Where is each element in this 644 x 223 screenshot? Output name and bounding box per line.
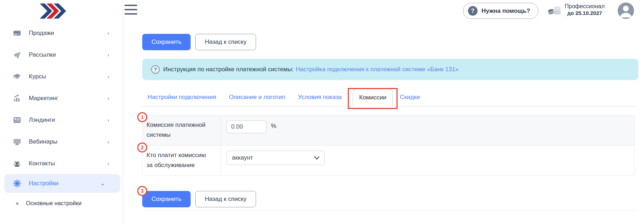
graduation-cap-icon xyxy=(12,72,22,81)
sidebar-item-sales[interactable]: Продажи › xyxy=(0,22,123,44)
monitor-icon xyxy=(12,138,22,146)
sidebar-menu: Продажи › Рассылки › Курсы › xyxy=(0,22,123,193)
sidebar-item-courses[interactable]: Курсы › xyxy=(0,66,123,87)
sidebar-subitem-main-settings[interactable]: Основные настройки xyxy=(0,194,123,213)
chevron-right-icon: › xyxy=(107,73,109,79)
instruction-link[interactable]: Настройка подключения к платежной систем… xyxy=(296,66,459,73)
sidebar-item-label: Вебинары xyxy=(29,138,57,145)
payer-select[interactable]: аккаунт xyxy=(227,151,325,165)
chevron-down-icon xyxy=(314,156,319,160)
banner-text: Инструкция по настройке платежной систем… xyxy=(163,66,294,73)
tab-bar: Настройки подключения Описание и логотип… xyxy=(142,89,637,107)
annotation-step-1: 1 xyxy=(137,112,147,122)
people-icon xyxy=(12,159,22,168)
commission-percent-input[interactable] xyxy=(227,120,266,133)
save-button[interactable]: Сохранить xyxy=(142,34,191,50)
back-to-list-button[interactable]: Назад к списку xyxy=(195,34,256,50)
sidebar: Продажи › Рассылки › Курсы › xyxy=(0,0,123,223)
sidebar-item-label: Лэндинги xyxy=(29,116,55,124)
sidebar-item-label: Контакты xyxy=(29,160,55,167)
double-chevron-logo-icon xyxy=(39,3,68,19)
selected-option-label: аккаунт xyxy=(232,154,253,161)
section-divider xyxy=(142,210,637,211)
sidebar-item-label: Маркетинг xyxy=(29,95,58,102)
annotation-step-3: 3 xyxy=(137,186,147,196)
sidebar-item-webinars[interactable]: Вебинары › xyxy=(0,131,123,152)
hamburger-menu-button[interactable] xyxy=(124,5,137,15)
tab-label: Комиссии xyxy=(359,94,387,101)
percent-sign: % xyxy=(271,123,276,130)
chevron-right-icon: › xyxy=(107,139,109,145)
chevron-down-icon: ⌄ xyxy=(100,180,105,187)
plan-expiry: до 25.10.2027 xyxy=(565,10,605,17)
chevron-right-icon: › xyxy=(107,95,109,101)
credit-card-icon xyxy=(12,29,22,37)
sidebar-item-landings[interactable]: Лэндинги › xyxy=(0,109,123,131)
tab-display-conditions[interactable]: Условия показа xyxy=(298,94,342,106)
sidebar-item-marketing[interactable]: Маркетинг › xyxy=(0,87,123,109)
plan-text: Профессионал до 25.10.2027 xyxy=(565,3,605,17)
field-value-cell: аккаунт xyxy=(221,146,634,175)
plan-name: Профессионал xyxy=(565,3,605,10)
field-label: Комиссия платежной системы xyxy=(143,115,221,145)
tab-discounts[interactable]: Скидки xyxy=(400,94,420,106)
save-button[interactable]: Сохранить xyxy=(142,191,191,207)
chevron-right-icon: › xyxy=(107,52,109,58)
sidebar-item-settings[interactable]: Настройки ⌄ xyxy=(4,174,120,193)
bullet-dot-icon xyxy=(16,202,18,205)
person-icon xyxy=(618,2,634,19)
sidebar-item-label: Рассылки xyxy=(29,51,56,58)
brand-logo[interactable] xyxy=(0,0,107,22)
help-button[interactable]: ? Нужна помощь? xyxy=(463,3,538,19)
gear-icon xyxy=(12,179,22,188)
landing-page-icon xyxy=(12,116,22,124)
sidebar-item-label: Продажи xyxy=(29,30,54,37)
sidebar-subitem-label: Основные настройки xyxy=(26,200,81,207)
chevron-right-icon: › xyxy=(107,160,109,166)
tab-description-logo[interactable]: Описание и логотип xyxy=(229,94,285,106)
annotation-step-2: 2 xyxy=(137,142,147,152)
commission-form: Комиссия платежной системы % Кто платит … xyxy=(142,115,635,176)
tab-connection-settings[interactable]: Настройки подключения xyxy=(148,94,216,106)
field-value-cell: % xyxy=(221,115,634,145)
question-mark-icon: ? xyxy=(468,6,478,16)
form-row-commission: Комиссия платежной системы % xyxy=(143,115,634,145)
chevron-right-icon: › xyxy=(107,30,109,36)
sidebar-item-label: Курсы xyxy=(29,73,46,80)
coins-icon xyxy=(548,3,562,16)
paper-plane-icon xyxy=(12,51,22,59)
form-row-payer: Кто платит комиссию за обслуживание акка… xyxy=(143,145,634,175)
plan-badge: Профессионал до 25.10.2027 xyxy=(548,3,605,17)
help-button-label: Нужна помощь? xyxy=(481,7,530,15)
top-action-bar: Сохранить Назад к списку xyxy=(142,34,256,50)
tab-commissions[interactable]: Комиссии xyxy=(353,89,393,107)
sidebar-item-label: Настройки xyxy=(29,180,58,187)
chevron-right-icon: › xyxy=(107,117,109,123)
back-to-list-button[interactable]: Назад к списку xyxy=(195,191,256,207)
field-label: Кто платит комиссию за обслуживание xyxy=(143,146,221,175)
question-mark-icon: ? xyxy=(151,65,160,74)
sidebar-item-contacts[interactable]: Контакты › xyxy=(0,152,123,174)
sidebar-item-mailings[interactable]: Рассылки › xyxy=(0,44,123,66)
bottom-action-bar: Сохранить Назад к списку xyxy=(142,191,256,207)
bar-chart-icon xyxy=(12,94,22,103)
instruction-banner: ? Инструкция по настройке платежной сист… xyxy=(142,59,638,80)
app-root: Продажи › Рассылки › Курсы › xyxy=(0,0,644,223)
user-avatar[interactable] xyxy=(618,2,634,19)
